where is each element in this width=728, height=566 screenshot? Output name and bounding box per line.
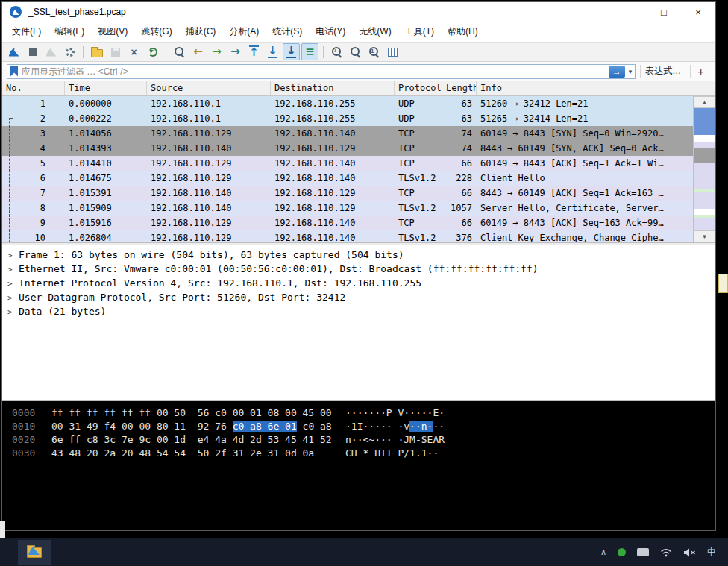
apply-filter-button[interactable]: → (609, 66, 625, 78)
scroll-down-icon[interactable]: ▼ (694, 230, 715, 242)
restart-capture-icon[interactable] (43, 43, 60, 60)
zoom-in-icon[interactable]: + (328, 43, 345, 60)
detail-text: Internet Protocol Version 4, Src: 192.16… (19, 277, 421, 289)
colorize-icon[interactable]: ≡ (301, 43, 318, 60)
menu-tools[interactable]: 工具(T) (398, 22, 441, 42)
go-to-packet-icon[interactable]: → (227, 43, 244, 60)
detail-line[interactable]: >Internet Protocol Version 4, Src: 192.1… (2, 276, 715, 290)
cell-length: 74 (442, 126, 477, 141)
go-last-icon[interactable]: ↓ (264, 43, 281, 60)
hex-row[interactable]: 003043 48 20 2a 20 48 54 54 50 2f 31 2e … (2, 447, 715, 460)
column-header-time[interactable]: Time (65, 81, 147, 95)
cell-destination: 192.168.110.140 (271, 216, 395, 230)
packet-list-scrollbar[interactable]: ▲ ▼ (693, 96, 715, 242)
hex-offset: 0020 (12, 433, 39, 447)
close-file-icon[interactable]: × (125, 43, 142, 60)
packet-row-3[interactable]: 31.014056192.168.110.129192.168.110.140T… (2, 126, 693, 141)
expander-icon[interactable]: > (7, 305, 19, 318)
menu-capture[interactable]: 捕获(C) (179, 22, 223, 42)
open-file-icon[interactable] (88, 43, 105, 60)
column-header-source[interactable]: Source (147, 81, 271, 95)
menu-go[interactable]: 跳转(G) (134, 22, 178, 42)
menu-statistics[interactable]: 统计(S) (266, 22, 309, 42)
column-header-info[interactable]: Info (477, 81, 715, 95)
capture-options-icon[interactable] (61, 43, 78, 60)
display-filter-field[interactable]: → ▾ (7, 64, 636, 79)
expander-icon[interactable]: > (7, 291, 19, 304)
resize-columns-icon[interactable] (384, 43, 401, 60)
scrollbar-minimap[interactable] (694, 108, 715, 230)
maximize-button[interactable]: □ (647, 2, 681, 22)
packet-row-8[interactable]: 81.015909192.168.110.140192.168.110.129T… (2, 201, 693, 216)
column-header-no[interactable]: No. (2, 81, 65, 95)
menu-telephony[interactable]: 电话(Y) (309, 22, 352, 42)
input-method-indicator[interactable]: 中 (707, 546, 716, 559)
expander-icon[interactable]: > (7, 262, 19, 276)
menu-view[interactable]: 视图(V) (91, 22, 134, 42)
auto-scroll-icon[interactable]: ↓ (283, 43, 300, 60)
detail-line[interactable]: >Frame 1: 63 bytes on wire (504 bits), 6… (2, 248, 715, 262)
zoom-original-icon[interactable]: 1 (365, 43, 383, 60)
cell-no: 7 (2, 186, 65, 201)
menu-wireless[interactable]: 无线(W) (352, 22, 398, 42)
network-icon[interactable] (660, 548, 672, 557)
column-header-destination[interactable]: Destination (271, 81, 395, 95)
column-header-length[interactable]: Length (442, 81, 477, 95)
cell-no: 5 (2, 156, 65, 171)
expression-button[interactable]: 表达式… (640, 65, 685, 78)
hex-dump-pane: 0000ff ff ff ff ff ff 00 50 56 c0 00 01 … (2, 401, 715, 530)
scroll-up-icon[interactable]: ▲ (694, 96, 715, 108)
taskbar-wireshark-button[interactable] (18, 540, 51, 565)
filter-dropdown-icon[interactable]: ▾ (629, 68, 633, 75)
detail-line[interactable]: >Ethernet II, Src: Vmware_c0:00:01 (00:5… (2, 262, 715, 276)
detail-line[interactable]: >Data (21 bytes) (2, 304, 715, 318)
cell-source: 192.168.110.1 (147, 111, 271, 126)
packet-row-10[interactable]: 101.026804192.168.110.129192.168.110.140… (2, 230, 693, 242)
packet-row-4[interactable]: 41.014393192.168.110.140192.168.110.129T… (2, 141, 693, 156)
cell-protocol: TLSv1.2 (395, 230, 442, 242)
cell-length: 63 (442, 111, 477, 126)
close-button[interactable]: × (681, 2, 715, 22)
menu-help[interactable]: 帮助(H) (441, 22, 485, 42)
packet-row-2[interactable]: 20.000222192.168.110.1192.168.110.255UDP… (2, 111, 693, 126)
column-header-protocol[interactable]: Protocol (395, 81, 442, 95)
start-capture-icon[interactable] (5, 43, 22, 60)
go-back-icon[interactable]: ← (189, 43, 207, 60)
cell-protocol: UDP (395, 111, 442, 126)
add-filter-button[interactable]: + (690, 65, 711, 78)
reload-file-icon[interactable] (144, 43, 161, 60)
packet-row-1[interactable]: 10.000000192.168.110.1192.168.110.255UDP… (2, 96, 693, 111)
filter-bookmark-icon[interactable] (10, 66, 18, 77)
save-file-icon[interactable] (107, 43, 124, 60)
menu-file[interactable]: 文件(F) (5, 22, 48, 42)
go-first-icon[interactable]: ↑ (245, 43, 263, 60)
go-forward-icon[interactable]: → (208, 43, 225, 60)
volume-muted-icon[interactable] (683, 548, 696, 557)
expander-icon[interactable]: > (7, 248, 19, 262)
menu-analyze[interactable]: 分析(A) (222, 22, 266, 42)
menu-edit[interactable]: 编辑(E) (48, 22, 91, 42)
packet-row-9[interactable]: 91.015916192.168.110.129192.168.110.140T… (2, 216, 693, 230)
hex-row[interactable]: 001000 31 49 f4 00 00 80 11 92 76 c0 a8 … (2, 420, 715, 433)
hex-row[interactable]: 00206e ff c8 3c 7e 9c 00 1d e4 4a 4d 2d … (2, 433, 715, 447)
expander-icon[interactable]: > (7, 277, 19, 290)
tray-expand-icon[interactable]: ∧ (600, 547, 606, 557)
zoom-out-icon[interactable]: − (347, 43, 364, 60)
keyboard-icon[interactable] (637, 548, 649, 556)
stop-capture-icon[interactable] (24, 43, 41, 60)
cell-destination: 192.168.110.255 (271, 96, 395, 111)
find-packet-icon[interactable] (171, 43, 188, 60)
detail-line[interactable]: >User Datagram Protocol, Src Port: 51260… (2, 290, 715, 304)
toolbar-separator (323, 46, 324, 58)
tray-app-icon[interactable] (618, 548, 626, 556)
minimize-button[interactable]: – (612, 2, 647, 22)
packet-row-6[interactable]: 61.014675192.168.110.129192.168.110.140T… (2, 171, 693, 186)
packet-detail-pane: >Frame 1: 63 bytes on wire (504 bits), 6… (2, 245, 715, 400)
minimap-band (694, 142, 715, 148)
cell-time: 1.014056 (65, 126, 147, 141)
filter-input[interactable] (22, 66, 605, 77)
hex-row[interactable]: 0000ff ff ff ff ff ff 00 50 56 c0 00 01 … (2, 406, 715, 420)
packet-row-7[interactable]: 71.015391192.168.110.140192.168.110.129T… (2, 186, 693, 201)
cell-time: 0.000222 (65, 111, 147, 126)
packet-row-5[interactable]: 51.014410192.168.110.129192.168.110.140T… (2, 156, 693, 171)
